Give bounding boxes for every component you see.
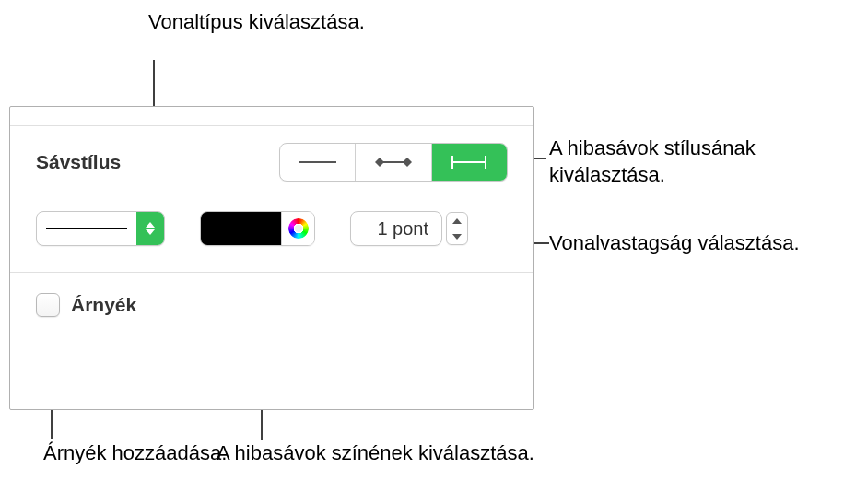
color-swatch[interactable] <box>201 212 281 245</box>
end-caps-icon <box>447 154 491 170</box>
line-only-icon <box>296 154 340 170</box>
barstyle-option-line[interactable] <box>280 144 356 181</box>
thickness-stepper[interactable]: 1 pont <box>350 211 468 246</box>
linetype-preview <box>37 228 136 229</box>
color-wheel-button[interactable] <box>281 212 314 245</box>
line-properties-row: 1 pont <box>10 202 533 272</box>
svg-marker-8 <box>146 229 155 235</box>
diamond-caps-icon <box>371 154 416 170</box>
svg-marker-2 <box>375 158 384 167</box>
chevron-down-icon <box>452 234 462 240</box>
stepper-up-button[interactable] <box>447 213 467 229</box>
svg-marker-9 <box>452 218 462 224</box>
callout-color: A hibasávok színének kiválasztása. <box>217 440 534 467</box>
shadow-row: Árnyék <box>10 272 533 343</box>
barstyle-option-diamond[interactable] <box>356 144 431 181</box>
stepper-down-button[interactable] <box>447 229 467 244</box>
svg-marker-3 <box>403 158 412 167</box>
barstyle-segmented-control[interactable] <box>279 143 508 182</box>
shadow-checkbox[interactable] <box>36 293 60 317</box>
callout-barstyle: A hibasávok stílusának kiválasztása. <box>549 135 844 188</box>
section-label-barstyle: Sávstílus <box>36 151 121 173</box>
barstyle-row: Sávstílus <box>10 125 533 202</box>
shadow-label: Árnyék <box>71 294 136 316</box>
callout-linetype: Vonaltípus kiválasztása. <box>148 9 365 36</box>
inspector-panel: Sávstílus <box>9 106 534 410</box>
svg-marker-7 <box>146 222 155 228</box>
color-wheel-icon <box>288 218 309 239</box>
svg-marker-10 <box>452 234 462 240</box>
barstyle-option-caps[interactable] <box>432 144 507 181</box>
solid-line-icon <box>46 228 127 229</box>
color-picker[interactable] <box>200 211 315 246</box>
thickness-value[interactable]: 1 pont <box>350 211 442 246</box>
chevron-up-icon <box>452 218 462 224</box>
chevron-updown-icon <box>136 212 164 245</box>
callout-shadow: Árnyék hozzáadása. <box>43 440 227 467</box>
callout-thickness: Vonalvastagság választása. <box>549 230 800 257</box>
linetype-dropdown[interactable] <box>36 211 165 246</box>
stepper-arrows <box>446 212 468 245</box>
